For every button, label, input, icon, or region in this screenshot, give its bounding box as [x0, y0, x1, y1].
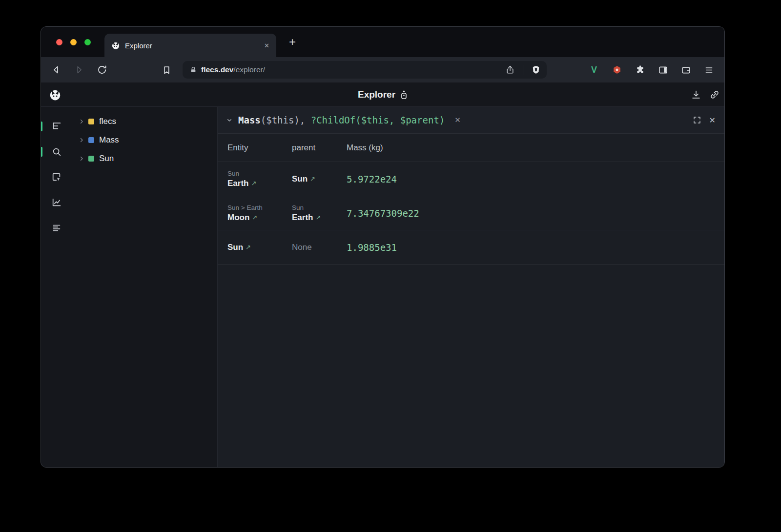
query-panel-actions: ✕ — [693, 116, 716, 125]
entity-path: Sun > Earth — [227, 204, 292, 211]
tool-rail — [41, 107, 72, 467]
clear-query-icon[interactable]: ✕ — [454, 116, 461, 124]
main-content: flecs Mass Sun — [41, 107, 724, 467]
stats-panel-button[interactable] — [41, 219, 72, 237]
tab-strip: Explorer ✕ + — [41, 27, 724, 57]
address-bar[interactable]: flecs.dev/explorer/ — [183, 61, 547, 79]
entity-cell: Sun > Earth Moon ↗ — [227, 204, 292, 223]
parent-link[interactable]: Sun — [292, 174, 308, 184]
bookmark-icon[interactable] — [161, 64, 172, 76]
mass-value: 7.34767309e22 — [347, 208, 724, 219]
query-args: ($this), — [261, 115, 311, 125]
url-text[interactable]: flecs.dev/explorer/ — [201, 65, 504, 74]
tree-item-label[interactable]: flecs — [99, 117, 116, 126]
column-header-entity[interactable]: Entity — [227, 143, 292, 153]
close-tab-icon[interactable]: ✕ — [264, 42, 269, 49]
tab-title: Explorer — [125, 41, 259, 50]
flecs-favicon-icon — [111, 41, 120, 50]
component-swatch — [88, 137, 94, 143]
share-icon[interactable] — [504, 64, 516, 76]
table-row[interactable]: Sun Earth ↗ Sun ↗ 5.9722e24 — [218, 162, 724, 196]
entity-cell: Sun ↗ — [227, 243, 292, 252]
query-bar: Mass($this), ?ChildOf($this, $parent) ✕ … — [218, 107, 724, 134]
column-header-parent[interactable]: parent — [292, 143, 347, 153]
app-header: Explorer — [41, 82, 724, 107]
parent-path: Sun — [292, 204, 347, 211]
url-path: /explorer/ — [233, 65, 265, 74]
mass-value: 1.9885e31 — [347, 242, 724, 253]
collapse-chevron-icon[interactable] — [226, 116, 233, 124]
query-panel-button[interactable] — [41, 143, 72, 161]
entity-cell: Sun Earth ↗ — [227, 170, 292, 188]
external-link-icon[interactable]: ↗ — [246, 244, 251, 251]
expand-chevron-icon[interactable] — [79, 137, 84, 143]
entity-path: Sun — [227, 170, 292, 177]
flecs-logo-icon[interactable] — [49, 88, 62, 101]
share-link-icon[interactable] — [709, 89, 720, 101]
fullscreen-icon[interactable] — [693, 116, 701, 124]
query-expression[interactable]: Mass($this), ?ChildOf($this, $parent) — [238, 115, 445, 125]
inspect-panel-button[interactable] — [41, 168, 72, 186]
external-link-icon[interactable]: ↗ — [315, 214, 321, 221]
wallet-icon[interactable] — [680, 64, 692, 76]
parent-cell: Sun Earth ↗ — [292, 204, 347, 223]
close-panel-icon[interactable]: ✕ — [709, 116, 716, 125]
tree-panel-button[interactable] — [41, 118, 72, 135]
external-link-icon[interactable]: ↗ — [252, 214, 257, 221]
lock-icon — [189, 66, 197, 74]
minimize-window-button[interactable] — [70, 39, 77, 45]
entity-tree-panel: flecs Mass Sun — [72, 107, 217, 467]
download-icon[interactable] — [690, 89, 702, 101]
reload-button[interactable] — [96, 64, 108, 76]
tree-item-mass[interactable]: Mass — [72, 131, 217, 149]
menu-icon[interactable] — [703, 64, 715, 76]
sidebar-toggle-icon[interactable] — [657, 64, 669, 76]
hexagon-extension-icon[interactable] — [611, 64, 623, 76]
expand-chevron-icon[interactable] — [79, 156, 84, 162]
parent-cell: None — [292, 243, 347, 252]
remote-connection-icon — [400, 90, 408, 100]
extensions-puzzle-icon[interactable] — [634, 64, 646, 76]
query-optional-term: ?ChildOf($this, $parent) — [311, 115, 445, 125]
header-actions — [690, 89, 720, 101]
tree-item-flecs[interactable]: flecs — [72, 112, 217, 131]
navigation-bar: flecs.dev/explorer/ V — [41, 57, 724, 82]
entity-link[interactable]: Moon — [227, 213, 249, 223]
vue-devtools-extension-icon[interactable]: V — [588, 64, 600, 76]
parent-link[interactable]: Earth — [292, 213, 313, 223]
brave-shield-icon[interactable] — [530, 64, 542, 76]
entity-swatch — [88, 156, 94, 162]
forward-button[interactable] — [73, 64, 85, 76]
charts-panel-button[interactable] — [41, 194, 72, 211]
parent-cell: Sun ↗ — [292, 174, 347, 184]
query-panel: Mass($this), ?ChildOf($this, $parent) ✕ … — [217, 107, 724, 467]
query-component: Mass — [238, 115, 261, 125]
external-link-icon[interactable]: ↗ — [310, 175, 315, 183]
entity-link[interactable]: Sun — [227, 243, 243, 252]
close-window-button[interactable] — [56, 39, 62, 45]
tree-item-sun[interactable]: Sun — [72, 149, 217, 168]
tree-item-label[interactable]: Sun — [99, 154, 114, 164]
window-controls — [41, 39, 91, 45]
page-title-group: Explorer — [358, 89, 408, 100]
tab-explorer[interactable]: Explorer ✕ — [104, 34, 276, 57]
expand-chevron-icon[interactable] — [79, 119, 84, 124]
back-button[interactable] — [50, 64, 62, 76]
new-tab-button[interactable]: + — [285, 35, 300, 49]
column-header-mass[interactable]: Mass (kg) — [347, 143, 724, 153]
entity-link[interactable]: Earth — [227, 179, 248, 188]
mass-value: 5.9722e24 — [347, 174, 724, 184]
address-bar-divider — [523, 65, 523, 75]
browser-window: Explorer ✕ + flecs.dev/explorer/ — [41, 27, 724, 467]
url-domain: flecs.dev — [201, 65, 233, 74]
external-link-icon[interactable]: ↗ — [251, 180, 256, 187]
table-row[interactable]: Sun > Earth Moon ↗ Sun Earth ↗ 7.3476730… — [218, 196, 724, 230]
module-swatch — [88, 119, 94, 124]
table-row[interactable]: Sun ↗ None 1.9885e31 — [218, 230, 724, 265]
parent-none-value: None — [292, 243, 312, 252]
zoom-window-button[interactable] — [84, 39, 91, 45]
tree-item-label[interactable]: Mass — [99, 135, 119, 145]
page-title: Explorer — [358, 89, 395, 100]
table-header-row: Entity parent Mass (kg) — [218, 134, 724, 162]
extensions-group: V — [588, 64, 715, 76]
